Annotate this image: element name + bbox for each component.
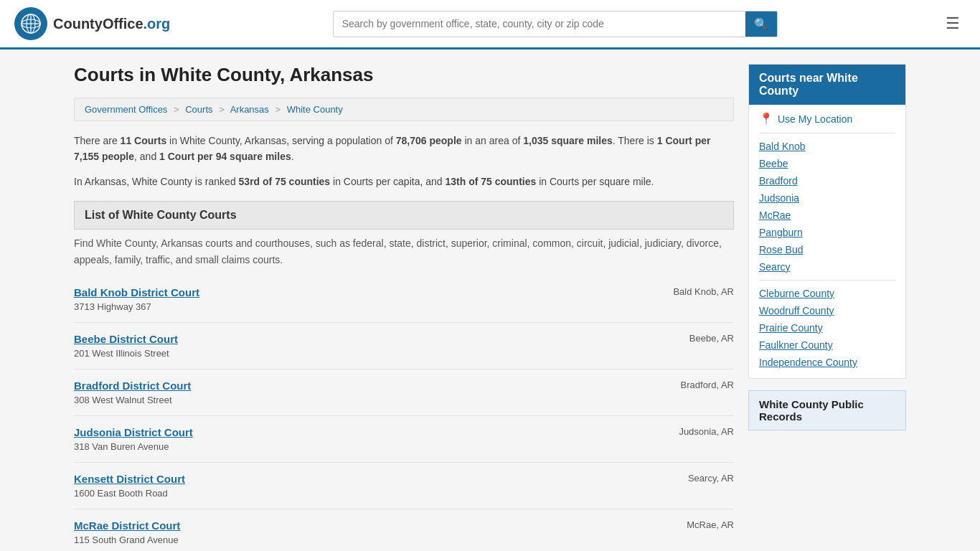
court-entry: Judsonia District Court 318 Van Buren Av… [74,416,734,463]
court-name[interactable]: Beebe District Court [74,333,619,345]
court-name[interactable]: Kensett District Court [74,473,619,485]
search-icon: 🔍 [754,18,768,30]
court-entry: Bald Knob District Court 3713 Highway 36… [74,276,734,323]
sidebar-city-link[interactable]: Searcy [759,258,895,276]
rank2: 13th of 75 counties [445,176,536,187]
court-info: Beebe District Court 201 West Illinois S… [74,333,619,359]
search-input[interactable] [334,12,745,35]
court-info: Kensett District Court 1600 East Booth R… [74,473,619,499]
breadcrumb-gov-offices[interactable]: Government Offices [85,104,167,115]
court-city-state: Bradford, AR [619,380,734,390]
header: CountyOffice.org 🔍 ☰ [0,0,980,50]
sidebar-county-link[interactable]: Faulkner County [759,336,895,354]
court-count: 11 Courts [121,135,167,146]
sidebar-city-link[interactable]: McRae [759,207,895,224]
breadcrumb-sep-2: > [219,104,225,115]
court-name[interactable]: Bald Knob District Court [74,286,619,298]
sidebar-title: Courts near White County [749,65,905,105]
court-info: Judsonia District Court 318 Van Buren Av… [74,426,619,452]
main-content: Courts in White County, Arkansas Governm… [74,64,734,551]
sidebar-city-link[interactable]: Bradford [759,172,895,189]
breadcrumb: Government Offices > Courts > Arkansas >… [74,98,734,121]
court-name[interactable]: McRae District Court [74,519,619,532]
public-records-title: White County Public Records [759,398,895,423]
court-entry: Beebe District Court 201 West Illinois S… [74,323,734,369]
sidebar-city-link[interactable]: Rose Bud [759,241,895,258]
sidebar-county-link[interactable]: Cleburne County [759,285,895,302]
court-name[interactable]: Judsonia District Court [74,426,619,438]
page-container: Courts in White County, Arkansas Governm… [60,50,920,551]
menu-button[interactable]: ☰ [940,11,966,36]
court-address: 318 Van Buren Avenue [74,441,619,452]
court-address: 3713 Highway 367 [74,301,619,312]
area: 1,035 square miles [523,135,613,146]
breadcrumb-arkansas[interactable]: Arkansas [230,104,269,115]
breadcrumb-courts[interactable]: Courts [185,104,212,115]
search-area: 🔍 [333,11,778,37]
court-city-state: McRae, AR [619,519,734,530]
sidebar-county-link[interactable]: Prairie County [759,319,895,336]
sidebar-city-link[interactable]: Bald Knob [759,138,895,155]
public-records-box: White County Public Records [748,390,906,430]
court-city-state: Judsonia, AR [619,426,734,437]
logo-area: CountyOffice.org [14,7,170,40]
logo-icon [14,7,47,40]
page-title: Courts in White County, Arkansas [74,64,734,86]
sidebar-city-link[interactable]: Pangburn [759,224,895,241]
sidebar-content: 📍 Use My Location Bald KnobBeebeBradford… [749,105,905,378]
rank1: 53rd of 75 counties [239,176,331,187]
court-city-state: Searcy, AR [619,473,734,484]
sidebar-county-link[interactable]: Independence County [759,354,895,371]
court-city-state: Beebe, AR [619,333,734,344]
court-address: 308 West Walnut Street [74,395,619,405]
court-name[interactable]: Bradford District Court [74,380,619,392]
logo-text: CountyOffice.org [53,16,170,32]
hamburger-icon: ☰ [946,14,960,32]
location-pin-icon: 📍 [759,112,773,126]
sidebar-city-link[interactable]: Beebe [759,155,895,172]
court-entry: Kensett District Court 1600 East Booth R… [74,463,734,509]
sidebar-cities: Bald KnobBeebeBradfordJudsoniaMcRaePangb… [759,138,895,276]
court-info: McRae District Court 115 South Grand Ave… [74,519,619,545]
sidebar-counties: Cleburne CountyWoodruff CountyPrairie Co… [759,285,895,371]
court-entry: Bradford District Court 308 West Walnut … [74,369,734,416]
nearby-courts-box: Courts near White County 📍 Use My Locati… [748,64,906,379]
list-section-header: List of White County Courts [74,201,734,230]
court-info: Bradford District Court 308 West Walnut … [74,380,619,405]
courts-list: Bald Knob District Court 3713 Highway 36… [74,276,734,551]
divider-1 [759,133,895,133]
breadcrumb-sep-1: > [174,104,179,115]
info-line-2: In Arkansas, White County is ranked 53rd… [74,174,734,189]
sidebar-city-link[interactable]: Judsonia [759,189,895,207]
use-location-button[interactable]: 📍 Use My Location [759,112,895,126]
court-address: 1600 East Booth Road [74,488,619,499]
court-city-state: Bald Knob, AR [619,286,734,297]
court-info: Bald Knob District Court 3713 Highway 36… [74,286,619,312]
list-description: Find White County, Arkansas courts and c… [74,235,734,268]
per-area: 1 Court per 94 square miles [159,151,291,162]
sidebar: Courts near White County 📍 Use My Locati… [748,64,906,551]
use-location-label: Use My Location [778,113,852,125]
breadcrumb-white-county[interactable]: White County [287,104,343,115]
divider-2 [759,280,895,281]
population: 78,706 people [396,135,462,146]
search-button[interactable]: 🔍 [745,11,777,37]
info-line-1: There are 11 Courts in White County, Ark… [74,133,734,165]
breadcrumb-sep-3: > [275,104,281,115]
court-address: 115 South Grand Avenue [74,534,619,545]
court-entry: McRae District Court 115 South Grand Ave… [74,509,734,551]
court-address: 201 West Illinois Street [74,348,619,359]
sidebar-county-link[interactable]: Woodruff County [759,302,895,319]
